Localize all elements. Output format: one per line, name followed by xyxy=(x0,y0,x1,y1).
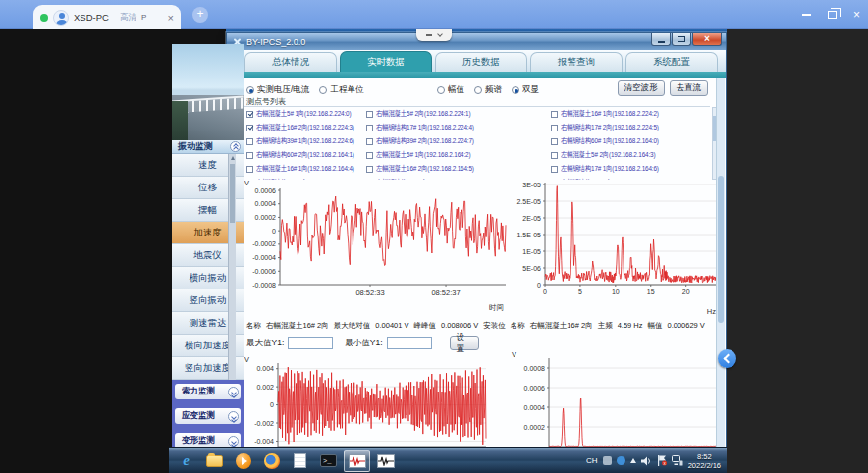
radio-option[interactable]: 幅值 xyxy=(437,84,464,96)
checkbox[interactable] xyxy=(246,166,253,173)
checkbox[interactable] xyxy=(551,138,558,145)
svg-text:V: V xyxy=(244,355,249,364)
client-minimize-icon[interactable] xyxy=(802,14,811,16)
point-item[interactable]: 右幅钢结构39# 1向(192.168.2.224:6) xyxy=(246,136,366,146)
client-title-bar: XSD-PC 高清 P × + × xyxy=(0,0,868,29)
apply-range-button[interactable]: 设置 xyxy=(450,336,479,350)
checkbox[interactable] xyxy=(366,138,373,145)
min-y-input[interactable] xyxy=(387,337,432,349)
taskbar-ie-button[interactable]: e xyxy=(173,450,199,472)
checkbox[interactable] xyxy=(366,152,373,159)
svg-text:-0.0004: -0.0004 xyxy=(252,254,276,261)
svg-text:0.0006: 0.0006 xyxy=(255,187,277,194)
point-item[interactable]: 右幅钢结构17# 2向(192.168.2.224:5) xyxy=(551,123,710,132)
svg-text:-0.0002: -0.0002 xyxy=(252,240,276,247)
point-item[interactable]: 右幅混凝土5# 1向(192.168.2.224:0) xyxy=(246,109,366,119)
checkbox[interactable] xyxy=(246,111,253,118)
action-center-flag-icon[interactable]: x xyxy=(657,455,667,466)
letterbox xyxy=(727,29,868,473)
point-item[interactable]: 左幅混凝土5# 1向(192.168.2.164:2) xyxy=(366,150,551,160)
taskbar-media-player-button[interactable] xyxy=(230,450,256,472)
command-prompt-icon: >_ xyxy=(320,454,337,467)
taskbar-waveform-app-1-button[interactable] xyxy=(344,450,370,472)
sidebar-group-vibration[interactable]: 振动监测 xyxy=(172,140,244,154)
point-item[interactable]: 右幅钢结构39# 2向(192.168.2.224:7) xyxy=(366,136,551,146)
checkbox[interactable] xyxy=(551,166,558,173)
tab-4[interactable]: 报警查询 xyxy=(530,52,623,72)
checkbox[interactable] xyxy=(246,125,253,131)
window-minimize-button[interactable] xyxy=(651,33,671,46)
tab-5[interactable]: 系统配置 xyxy=(625,52,718,72)
new-session-button[interactable]: + xyxy=(192,7,208,23)
point-item-label: 左幅混凝土16# 1向(192.168.2.164:4) xyxy=(256,164,354,174)
readout-part: 名称 xyxy=(511,321,525,331)
point-item-label: 左幅混凝土5# 1向(192.168.2.164:2) xyxy=(376,150,470,160)
tab-1[interactable]: 总体情况 xyxy=(244,52,337,72)
sidebar-group-应变监测[interactable]: 应变监测 xyxy=(175,408,241,424)
client-toolbar-handle[interactable] xyxy=(416,29,452,41)
ie-icon: e xyxy=(183,452,190,469)
content-scrollbar[interactable] xyxy=(716,78,725,447)
volume-icon[interactable] xyxy=(641,456,652,466)
taskbar-cmd-button[interactable]: >_ xyxy=(315,450,342,472)
checkbox[interactable] xyxy=(246,152,253,159)
point-item[interactable]: 右幅钢结构60# 2向(192.168.2.164:1) xyxy=(246,150,366,160)
sidebar-group-索力监测[interactable]: 索力监测 xyxy=(175,384,241,399)
radio-option[interactable]: 工程单位 xyxy=(319,84,363,96)
clear-waveform-button[interactable]: 清空波形 xyxy=(618,80,665,96)
client-restore-icon[interactable] xyxy=(828,11,837,19)
hidden-icons-arrow[interactable] xyxy=(630,458,636,463)
taskbar-waveform-app-2-button[interactable] xyxy=(372,450,399,472)
app-title-bar[interactable]: BY-IPCS_2.0.0 × xyxy=(227,33,726,50)
tray-extra-icon[interactable] xyxy=(617,456,625,465)
point-item[interactable]: 右幅混凝土5# 2向(192.168.2.224:1) xyxy=(366,109,551,119)
checkbox[interactable] xyxy=(366,111,373,118)
svg-text:0.0006: 0.0006 xyxy=(524,385,546,392)
readout-part: 右幅混凝土16# 2向 xyxy=(530,321,593,331)
max-y-input[interactable] xyxy=(288,337,333,349)
taskbar-clock[interactable]: 8:52 2022/2/16 xyxy=(688,452,721,470)
remove-dc-button[interactable]: 去直流 xyxy=(670,80,709,96)
point-item[interactable]: 右幅钢结构17# 1向(192.168.2.224:4) xyxy=(366,123,551,132)
collapse-group-icon[interactable] xyxy=(230,141,241,152)
expand-group-icon[interactable] xyxy=(228,387,239,397)
radio-option[interactable]: 频谱 xyxy=(474,84,502,96)
network-icon[interactable] xyxy=(672,455,683,466)
radio-option[interactable]: 双显 xyxy=(512,84,539,96)
point-item[interactable]: 左幅混凝土5# 2向(192.168.2.164:3) xyxy=(551,150,710,160)
taskbar-explorer-button[interactable] xyxy=(201,450,228,472)
checkbox[interactable] xyxy=(551,111,558,118)
panel-expand-chevron-button[interactable] xyxy=(718,349,736,368)
tab-3[interactable]: 历史数据 xyxy=(435,52,527,72)
expand-group-icon[interactable] xyxy=(228,436,239,447)
window-close-button[interactable]: × xyxy=(692,33,722,46)
scroll-up-icon[interactable] xyxy=(231,156,235,160)
sidebar-scrollbar[interactable] xyxy=(228,154,236,380)
point-item[interactable]: 右幅混凝土16# 2向(192.168.2.224:3) xyxy=(246,123,366,132)
taskbar-firefox-button[interactable] xyxy=(258,450,285,472)
point-item-label: 右幅钢结构17# 1向(192.168.2.224:4) xyxy=(376,123,474,132)
tray-extra-icon[interactable] xyxy=(603,456,612,465)
language-indicator[interactable]: CH xyxy=(586,456,598,465)
window-maximize-button[interactable] xyxy=(672,33,691,46)
main-tab-bar: 总体情况实时数据历史数据报警查询系统配置 xyxy=(227,50,726,72)
quality-label[interactable]: 高清 xyxy=(120,12,136,24)
readout-part: 安装位 xyxy=(483,321,506,331)
close-session-tab-icon[interactable]: × xyxy=(168,13,174,23)
tab-2[interactable]: 实时数据 xyxy=(340,51,432,72)
checkbox[interactable] xyxy=(366,166,373,173)
svg-text:3E-05: 3E-05 xyxy=(522,182,541,188)
point-item[interactable]: 左幅混凝土16# 1向(192.168.2.164:4) xyxy=(246,164,366,174)
checkbox[interactable] xyxy=(551,152,558,159)
point-item[interactable]: 右幅混凝土16# 1向(192.168.2.224:2) xyxy=(551,109,710,119)
checkbox[interactable] xyxy=(366,125,373,131)
radio-option[interactable]: 实测电压/电流 xyxy=(246,84,309,96)
checkbox[interactable] xyxy=(551,125,558,131)
sidebar-group-变形监测[interactable]: 变形监测 xyxy=(175,433,241,448)
taskbar-notepad-button[interactable] xyxy=(287,450,313,472)
session-tab[interactable]: XSD-PC 高清 P × xyxy=(33,5,181,29)
checkbox[interactable] xyxy=(246,138,253,145)
client-close-icon[interactable]: × xyxy=(853,9,860,21)
point-item[interactable]: 右幅钢结构60# 1向(192.168.2.164:0) xyxy=(551,136,710,146)
expand-group-icon[interactable] xyxy=(228,411,239,422)
